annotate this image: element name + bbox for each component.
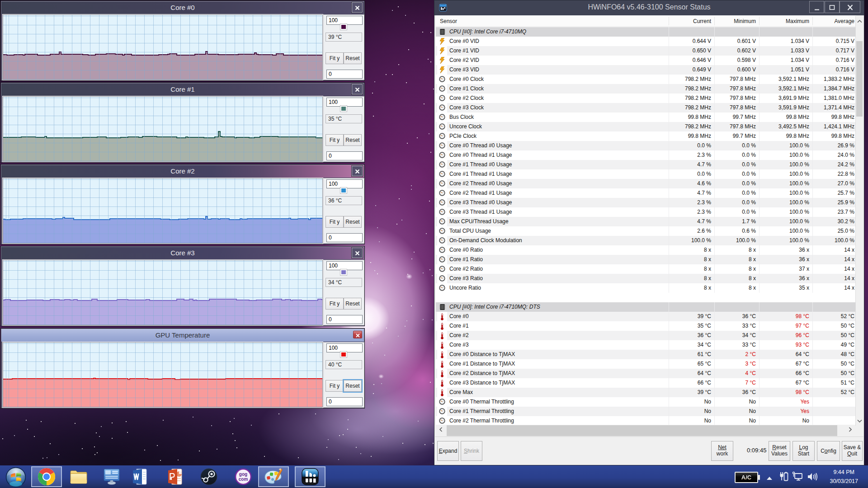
svg-text:com: com: [239, 477, 248, 482]
svg-text:gog: gog: [239, 472, 247, 477]
